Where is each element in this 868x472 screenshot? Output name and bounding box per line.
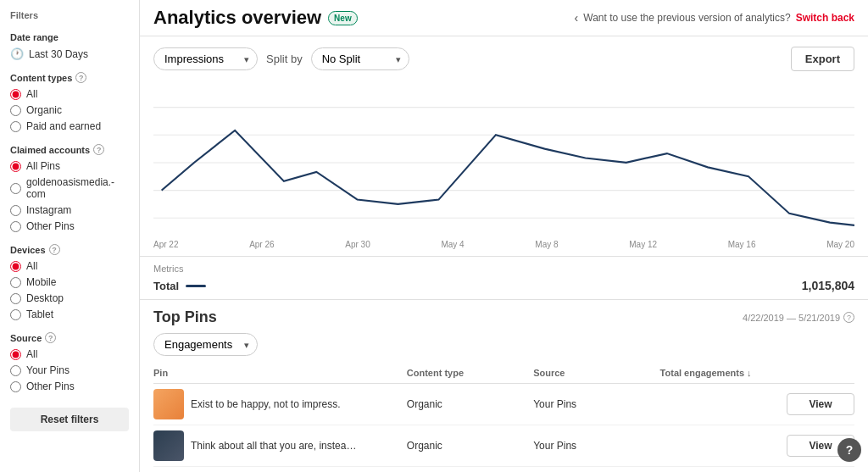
total-label: Total — [153, 280, 179, 292]
metrics-label: Metrics — [153, 264, 854, 274]
table-row: Give The Gift Of Art This Holiday Season… — [153, 467, 854, 472]
top-pins-header: Top Pins 4/22/2019 — 5/21/2019 ? — [153, 308, 854, 326]
switch-back-link[interactable]: Switch back — [796, 12, 854, 24]
split-by-label: Split by — [266, 53, 303, 65]
chart-xaxis: Apr 22 Apr 26 Apr 30 May 4 May 8 May 12 … — [153, 236, 854, 256]
claimed-accounts-options: All Pins goldenoasismedia.-com Instagram… — [10, 160, 129, 232]
metrics-line-indicator — [186, 285, 206, 287]
content-type-all[interactable]: All — [10, 88, 129, 100]
content-type-paid[interactable]: Paid and earned — [10, 120, 129, 132]
table-row: Exist to be happy, not to impress. Organ… — [153, 384, 854, 425]
pin-thumbnail-0 — [153, 389, 184, 419]
export-button[interactable]: Export — [791, 47, 854, 71]
metric-select-wrap[interactable]: Impressions Engagements Clicks Saves — [153, 47, 258, 70]
xaxis-label-7: May 20 — [826, 240, 854, 249]
pin-text-0: Exist to be happy, not to impress. — [191, 398, 341, 410]
prev-version-text: Want to use the previous version of anal… — [583, 12, 790, 24]
col-source: Source — [533, 368, 659, 378]
content-type-organic[interactable]: Organic — [10, 104, 129, 116]
top-pins-help-icon[interactable]: ? — [843, 312, 854, 323]
page-header: Analytics overview New ‹ Want to use the… — [140, 0, 868, 36]
main-content: Analytics overview New ‹ Want to use the… — [140, 0, 868, 472]
metrics-section: Metrics Total 1,015,804 — [140, 257, 868, 300]
xaxis-label-4: May 8 — [535, 240, 558, 249]
top-pins-date: 4/22/2019 — 5/21/2019 ? — [743, 312, 854, 323]
content-type-0: Organic — [407, 398, 533, 410]
devices-options: All Mobile Desktop Tablet — [10, 260, 129, 320]
source-help-icon[interactable]: ? — [45, 332, 56, 343]
devices-label: Devices ? — [10, 244, 129, 255]
content-types-label: Content types ? — [10, 72, 129, 83]
source-0: Your Pins — [533, 398, 659, 410]
filters-title: Filters — [10, 10, 129, 20]
device-desktop[interactable]: Desktop — [10, 292, 129, 304]
source-1: Your Pins — [533, 440, 659, 452]
sidebar: Filters Date range 🕐 Last 30 Days Conten… — [0, 0, 140, 472]
date-range-value[interactable]: 🕐 Last 30 Days — [10, 47, 129, 60]
metric-select[interactable]: Impressions Engagements Clicks Saves — [153, 47, 258, 70]
content-types-options: All Organic Paid and earned — [10, 88, 129, 132]
claimed-instagram[interactable]: Instagram — [10, 204, 129, 216]
pin-cell-1: Think about all that you are, instead of… — [153, 430, 407, 461]
xaxis-label-5: May 12 — [629, 240, 657, 249]
view-button-0[interactable]: View — [787, 393, 854, 415]
claimed-goldenoasis[interactable]: goldenoasismedia.-com — [10, 176, 129, 200]
xaxis-label-6: May 16 — [728, 240, 756, 249]
new-badge: New — [328, 11, 358, 25]
top-pins-table: Pin Content type Source Total engagement… — [153, 363, 854, 472]
reset-filters-button[interactable]: Reset filters — [10, 408, 129, 431]
device-tablet[interactable]: Tablet — [10, 308, 129, 320]
col-pin: Pin — [153, 368, 407, 378]
source-your-pins[interactable]: Your Pins — [10, 364, 129, 376]
metrics-total: Total — [153, 280, 206, 292]
device-mobile[interactable]: Mobile — [10, 276, 129, 288]
content-types-help-icon[interactable]: ? — [75, 72, 86, 83]
pin-text-1: Think about all that you are, instead of… — [191, 440, 360, 452]
col-engagements: Total engagements ↓ — [660, 368, 787, 378]
source-all[interactable]: All — [10, 348, 129, 360]
devices-section: Devices ? All Mobile Desktop Tablet — [10, 244, 129, 320]
claimed-accounts-help-icon[interactable]: ? — [93, 144, 104, 155]
metrics-value: 1,015,804 — [802, 279, 854, 292]
metrics-row: Total 1,015,804 — [153, 279, 854, 292]
table-header: Pin Content type Source Total engagement… — [153, 363, 854, 384]
device-all[interactable]: All — [10, 260, 129, 272]
xaxis-label-1: Apr 26 — [249, 240, 274, 249]
top-pins-section: Top Pins 4/22/2019 — 5/21/2019 ? Engagem… — [140, 300, 868, 472]
xaxis-label-0: Apr 22 — [153, 240, 178, 249]
pin-thumbnail-1 — [153, 430, 184, 461]
devices-help-icon[interactable]: ? — [49, 244, 60, 255]
source-options: All Your Pins Other Pins — [10, 348, 129, 392]
pin-cell-0: Exist to be happy, not to impress. — [153, 389, 407, 419]
split-by-select[interactable]: No Split Content type Source Device — [311, 47, 409, 70]
claimed-accounts-label: Claimed accounts ? — [10, 144, 129, 155]
claimed-all-pins[interactable]: All Pins — [10, 160, 129, 172]
xaxis-label-3: May 4 — [441, 240, 464, 249]
page-title: Analytics overview — [153, 7, 321, 29]
chart-controls: Impressions Engagements Clicks Saves Spl… — [153, 47, 854, 71]
engagements-select[interactable]: Engagements Impressions Clicks Saves — [153, 333, 258, 356]
help-fab-button[interactable]: ? — [837, 438, 861, 462]
claimed-other-pins[interactable]: Other Pins — [10, 220, 129, 232]
date-range-text: Last 30 Days — [29, 48, 88, 60]
xaxis-label-2: Apr 30 — [345, 240, 370, 249]
chevron-left-icon: ‹ — [575, 11, 579, 25]
engagements-select-wrap[interactable]: Engagements Impressions Clicks Saves — [153, 333, 258, 356]
calendar-icon: 🕐 — [10, 47, 24, 60]
header-right: ‹ Want to use the previous version of an… — [575, 11, 854, 25]
col-content-type: Content type — [407, 368, 533, 378]
line-chart-area: .chart-line { fill: none; stroke: #1e3a5… — [153, 80, 854, 236]
source-other-pins[interactable]: Other Pins — [10, 380, 129, 392]
table-row: Think about all that you are, instead of… — [153, 425, 854, 467]
chart-section: Impressions Engagements Clicks Saves Spl… — [140, 36, 868, 257]
source-label: Source ? — [10, 332, 129, 343]
date-range-label: Date range — [10, 32, 129, 42]
content-types-section: Content types ? All Organic Paid and ear… — [10, 72, 129, 132]
line-chart-svg: .chart-line { fill: none; stroke: #1e3a5… — [153, 80, 854, 236]
claimed-accounts-section: Claimed accounts ? All Pins goldenoasism… — [10, 144, 129, 232]
split-by-select-wrap[interactable]: No Split Content type Source Device — [311, 47, 409, 70]
date-range-section: Date range 🕐 Last 30 Days — [10, 32, 129, 60]
top-pins-controls: Engagements Impressions Clicks Saves — [153, 333, 854, 356]
content-type-1: Organic — [407, 440, 533, 452]
top-pins-title: Top Pins — [153, 308, 217, 326]
